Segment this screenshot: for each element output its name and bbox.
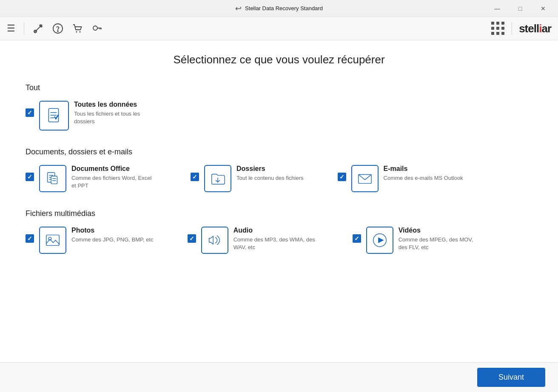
cart-icon[interactable]	[72, 23, 83, 34]
icon-box-audio	[201, 227, 228, 254]
label-photos: Photos	[71, 227, 154, 234]
next-button[interactable]: Suivant	[477, 368, 545, 387]
section-tout: Tout Toutes les données Tous les fichi	[26, 83, 532, 131]
stellar-logo: stelliar	[519, 22, 551, 35]
text-audio: Audio Comme des MP3, des WMA, des WAV, e…	[233, 227, 319, 251]
multimedia-items-row: Photos Comme des JPG, PNG, BMP, etc Audi…	[26, 227, 532, 254]
title-bar-controls: — □ ✕	[487, 2, 553, 15]
page-title: Sélectionnez ce que vous voulez récupére…	[26, 53, 532, 66]
tout-items-row: Toutes les données Tous les fichiers et …	[26, 101, 532, 131]
item-photos: Photos Comme des JPG, PNG, BMP, etc	[26, 227, 154, 254]
key-icon[interactable]	[91, 23, 102, 34]
title-bar-title: Stellar Data Recovery Standard	[245, 5, 323, 11]
svg-point-4	[76, 31, 77, 33]
bottom-bar: Suivant	[0, 362, 558, 392]
toolbar-divider-2	[512, 22, 512, 35]
back-icon: ↩	[235, 4, 242, 13]
svg-point-6	[93, 26, 97, 30]
svg-rect-15	[51, 176, 57, 184]
section-tout-title: Tout	[26, 83, 532, 92]
icon-box-all-data	[39, 101, 69, 131]
text-folders: Dossiers Tout le contenu des fichiers	[236, 165, 304, 182]
documents-items-row: Documents Office Comme des fichiers Word…	[26, 165, 532, 192]
item-office-docs: Documents Office Comme des fichiers Word…	[26, 165, 157, 192]
checkbox-folders[interactable]	[191, 173, 199, 181]
close-button[interactable]: ✕	[533, 2, 553, 15]
checkbox-audio[interactable]	[188, 234, 196, 243]
toolbar-divider	[24, 22, 24, 35]
text-photos: Photos Comme des JPG, PNG, BMP, etc	[71, 227, 154, 244]
help-icon[interactable]	[52, 23, 63, 34]
desc-audio: Comme des MP3, des WMA, des WAV, etc	[233, 236, 319, 251]
icon-box-office-docs	[39, 165, 66, 192]
hamburger-menu-icon[interactable]: ☰	[7, 23, 15, 34]
desc-folders: Tout le contenu des fichiers	[236, 174, 304, 182]
item-folders: Dossiers Tout le contenu des fichiers	[191, 165, 304, 192]
text-videos: Vidéos Comme des MPEG, des MOV, des FLV,…	[399, 227, 484, 251]
desc-photos: Comme des JPG, PNG, BMP, etc	[71, 236, 154, 244]
desc-emails: Comme des e-mails MS Outlook	[384, 174, 463, 182]
checkbox-videos[interactable]	[353, 234, 361, 243]
label-all-data: Toutes les données	[74, 101, 159, 108]
toolbar: ☰	[0, 17, 558, 40]
label-audio: Audio	[233, 227, 319, 234]
label-folders: Dossiers	[236, 165, 304, 173]
label-emails: E-mails	[384, 165, 463, 173]
checkbox-emails[interactable]	[338, 173, 346, 181]
minimize-button[interactable]: —	[487, 2, 507, 15]
text-office-docs: Documents Office Comme des fichiers Word…	[71, 165, 157, 190]
apps-grid-icon[interactable]	[491, 22, 505, 35]
checkbox-office-docs[interactable]	[26, 173, 34, 181]
icon-box-photos	[39, 227, 66, 254]
main-content: Sélectionnez ce que vous voulez récupére…	[0, 40, 558, 362]
desc-all-data: Tous les fichiers et tous les dossiers	[74, 110, 159, 125]
svg-point-3	[57, 31, 58, 31]
toolbar-right: stelliar	[491, 22, 551, 35]
svg-point-5	[80, 31, 81, 33]
svg-line-0	[34, 25, 42, 32]
item-audio: Audio Comme des MP3, des WMA, des WAV, e…	[188, 227, 319, 254]
item-emails: E-mails Comme des e-mails MS Outlook	[338, 165, 463, 192]
maximize-button[interactable]: □	[510, 2, 530, 15]
desc-office-docs: Comme des fichiers Word, Excel et PPT	[71, 174, 157, 190]
tools-icon[interactable]	[33, 23, 44, 34]
section-multimedia: Fichiers multimédias Photos Comme des JP…	[26, 209, 532, 254]
stellar-logo-highlight: i	[539, 22, 541, 35]
checkbox-photos[interactable]	[26, 234, 34, 243]
section-documents-title: Documents, dossiers et e-mails	[26, 148, 532, 156]
text-emails: E-mails Comme des e-mails MS Outlook	[384, 165, 463, 182]
svg-rect-20	[46, 235, 59, 246]
label-office-docs: Documents Office	[71, 165, 157, 173]
title-bar: ↩ Stellar Data Recovery Standard — □ ✕	[0, 0, 558, 17]
icon-box-emails	[351, 165, 379, 192]
label-videos: Vidéos	[399, 227, 484, 234]
desc-videos: Comme des MPEG, des MOV, des FLV, etc	[399, 236, 484, 251]
item-videos: Vidéos Comme des MPEG, des MOV, des FLV,…	[353, 227, 484, 254]
checkbox-all-data[interactable]	[26, 108, 34, 117]
text-all-data: Toutes les données Tous les fichiers et …	[74, 101, 159, 125]
item-all-data: Toutes les données Tous les fichiers et …	[26, 101, 159, 131]
icon-box-folders	[204, 165, 231, 192]
title-bar-center: ↩ Stellar Data Recovery Standard	[235, 4, 323, 13]
section-multimedia-title: Fichiers multimédias	[26, 209, 532, 218]
icon-box-videos	[366, 227, 393, 254]
toolbar-left: ☰	[7, 22, 102, 35]
svg-marker-23	[378, 237, 384, 243]
section-documents: Documents, dossiers et e-mails	[26, 148, 532, 192]
